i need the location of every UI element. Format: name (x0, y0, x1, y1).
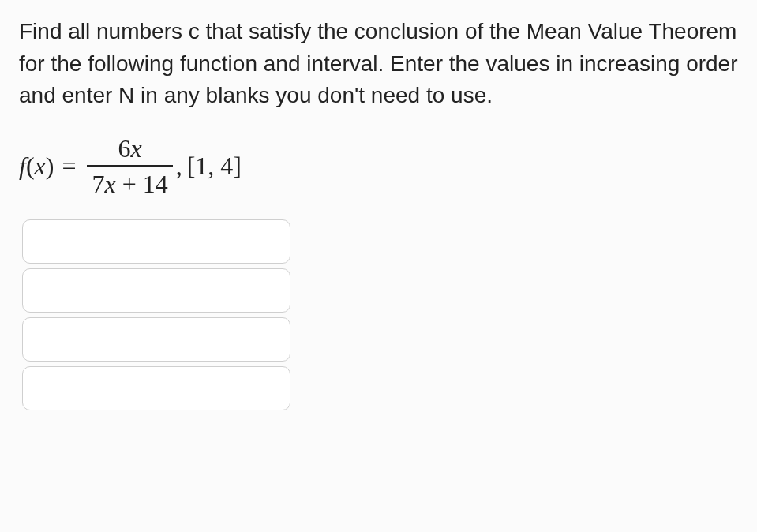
answer-input-3[interactable] (22, 317, 290, 362)
lhs-f: f (19, 152, 26, 180)
comma: , (176, 152, 182, 181)
formula: f(x) = 6x 7x + 14 , [1, 4] (19, 134, 738, 199)
answer-input-4[interactable] (22, 366, 290, 410)
function-lhs: f(x) (19, 152, 54, 181)
den-coeff: 7 (92, 170, 104, 198)
denominator: 7x + 14 (87, 165, 172, 199)
fraction: 6x 7x + 14 (87, 134, 172, 199)
den-plus: + (116, 170, 143, 198)
lhs-x: x (35, 152, 46, 180)
num-var: x (130, 134, 141, 163)
lhs-paren-close: ) (46, 152, 54, 180)
problem-text: Find all numbers c that satisfy the conc… (19, 19, 738, 107)
lhs-paren-open: ( (26, 152, 35, 180)
numerator: 6x (113, 134, 146, 165)
answer-inputs (22, 219, 738, 410)
answer-input-2[interactable] (22, 268, 290, 313)
den-var: x (104, 170, 115, 198)
den-const: 14 (143, 170, 168, 198)
problem-statement: Find all numbers c that satisfy the conc… (19, 16, 738, 112)
answer-input-1[interactable] (22, 219, 290, 264)
num-coeff: 6 (118, 134, 130, 163)
equals-sign: = (62, 152, 76, 181)
interval: [1, 4] (187, 152, 242, 181)
